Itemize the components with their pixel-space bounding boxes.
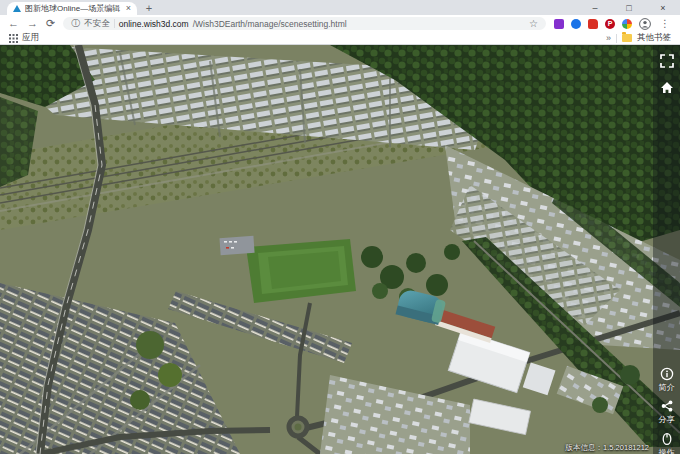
pinterest-extension-icon[interactable]: P (605, 19, 615, 29)
info-button[interactable]: 简介 (659, 367, 675, 393)
colorwheel-extension-icon[interactable] (622, 19, 632, 29)
apps-label: 应用 (22, 32, 39, 44)
mouse-icon (660, 431, 674, 446)
purple-extension-icon[interactable] (554, 19, 564, 29)
mouse-help-button[interactable]: 操作 (659, 431, 675, 454)
chrome-menu-icon[interactable]: ⋮ (658, 19, 672, 29)
address-bar[interactable]: ⓘ 不安全 online.wish3d.com /Wish3DEarth/man… (63, 17, 546, 30)
bookmarks-divider (616, 34, 617, 43)
fullscreen-button[interactable] (660, 54, 674, 68)
bookmark-star-icon[interactable]: ☆ (529, 19, 538, 29)
home-button[interactable] (660, 81, 674, 94)
fullscreen-icon (660, 54, 674, 68)
reload-icon[interactable]: ⟳ (46, 18, 55, 29)
profile-avatar-icon[interactable] (639, 18, 651, 30)
tab-strip: 图新地球Online—场景编辑 × + – □ × (0, 0, 680, 15)
forward-icon[interactable]: → (27, 18, 38, 29)
info-circle-icon[interactable]: ⓘ (71, 19, 80, 28)
red-extension-icon[interactable] (588, 19, 598, 29)
apps-shortcut[interactable]: 应用 (9, 32, 39, 44)
viewer-side-toolbar: 简介 分享 操作 (653, 45, 680, 454)
share-button-label: 分享 (659, 414, 675, 425)
tab-close-icon[interactable]: × (126, 4, 131, 13)
maximize-button[interactable]: □ (612, 0, 646, 15)
bookmarks-overflow-icon[interactable]: » (606, 33, 611, 43)
share-icon (660, 399, 674, 413)
active-tab[interactable]: 图新地球Online—场景编辑 × (7, 2, 137, 15)
browser-window: 图新地球Online—场景编辑 × + – □ × ← → ⟳ ⓘ 不安全 on… (0, 0, 680, 454)
tab-title: 图新地球Online—场景编辑 (25, 3, 122, 14)
url-domain: online.wish3d.com (119, 19, 189, 29)
security-status: 不安全 (84, 18, 110, 30)
minimize-button[interactable]: – (578, 0, 612, 15)
aerial-imagery (0, 45, 680, 454)
bookmarks-bar: 应用 » 其他书签 (0, 32, 680, 45)
version-status-text: 版本信息：1.5.20181212 (566, 443, 649, 453)
info-button-label: 简介 (659, 382, 675, 393)
apps-grid-icon (9, 34, 18, 43)
new-tab-button[interactable]: + (141, 2, 157, 15)
home-icon (660, 81, 674, 94)
close-button[interactable]: × (646, 0, 680, 15)
url-path: /Wish3DEarth/manage/scenesetting.html (193, 19, 347, 29)
info-icon (660, 367, 674, 381)
wish3d-favicon-icon (13, 5, 21, 12)
mouse-help-button-label: 操作 (659, 447, 675, 454)
omnibox-divider (114, 19, 115, 28)
folder-icon (622, 34, 632, 42)
browser-toolbar: ← → ⟳ ⓘ 不安全 online.wish3d.com /Wish3DEar… (0, 15, 680, 32)
window-controls: – □ × (578, 0, 680, 15)
share-button[interactable]: 分享 (659, 399, 675, 425)
scene-3d-viewport[interactable]: 简介 分享 操作 (0, 45, 680, 454)
other-bookmarks-button[interactable]: 其他书签 (637, 32, 671, 44)
back-icon[interactable]: ← (8, 18, 19, 29)
extension-icons: P ⋮ (554, 18, 672, 30)
blue-extension-icon[interactable] (571, 19, 581, 29)
